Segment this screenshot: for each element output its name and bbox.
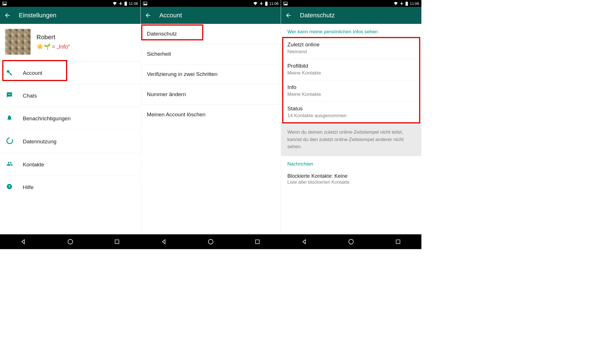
nav-back-button[interactable] <box>160 237 168 246</box>
svg-text:?: ? <box>8 185 11 189</box>
page-title: Account <box>159 12 182 19</box>
privacy-item-info[interactable]: Info Meine Kontakte <box>281 80 421 102</box>
airplane-icon <box>119 1 123 5</box>
status-bar: 11:06 <box>141 0 281 7</box>
nav-recent-button[interactable] <box>253 237 262 246</box>
status-bar: 11:06 <box>0 0 140 7</box>
svg-rect-19 <box>396 240 400 243</box>
item-title: Profilbild <box>287 63 415 69</box>
privacy-info-text: Wenn du deinen zuletzt online-Zeitstempe… <box>281 123 421 156</box>
settings-label: Kontakte <box>23 162 134 168</box>
app-bar: Datenschutz <box>281 7 421 24</box>
account-item-delete[interactable]: Meinen Account löschen <box>141 105 281 125</box>
settings-label: Benachrichtigungen <box>23 115 134 122</box>
settings-item-account[interactable]: Account <box>0 62 140 84</box>
image-icon <box>283 2 288 5</box>
image-icon <box>2 2 7 5</box>
item-sub: Niemand <box>287 49 415 55</box>
settings-item-data-usage[interactable]: Datennutzung <box>0 130 140 153</box>
account-item-security[interactable]: Sicherheit <box>141 44 281 64</box>
settings-label: Account <box>23 70 134 76</box>
phone-screen-privacy: 11:06 Datenschutz Wer kann meine persönl… <box>281 0 421 234</box>
nav-back-button[interactable] <box>19 237 28 246</box>
nav-home-button[interactable] <box>206 237 215 246</box>
chat-icon <box>6 92 13 100</box>
contacts-icon <box>6 161 13 168</box>
item-label: Sicherheit <box>147 51 171 57</box>
item-label: Meinen Account löschen <box>147 111 206 117</box>
airplane-icon <box>259 1 263 5</box>
nav-back-button[interactable] <box>300 237 309 246</box>
wifi-icon <box>393 2 398 5</box>
svg-rect-2 <box>124 2 127 5</box>
svg-rect-17 <box>256 240 259 243</box>
wifi-icon <box>253 2 258 5</box>
battery-icon <box>405 1 408 6</box>
privacy-item-status[interactable]: Status 14 Kontakte ausgenommen <box>281 102 421 123</box>
privacy-item-blocked[interactable]: Blockierte Kontakte: Keine Liste aller b… <box>281 170 421 187</box>
avatar <box>5 29 31 55</box>
item-sub: Meine Kontakte <box>287 92 415 97</box>
android-nav-bar <box>0 234 421 249</box>
settings-item-chats[interactable]: Chats <box>0 84 140 107</box>
settings-item-contacts[interactable]: Kontakte <box>0 153 140 176</box>
profile-name: Robert <box>36 34 70 41</box>
svg-rect-8 <box>265 2 267 5</box>
privacy-item-last-seen[interactable]: Zuletzt online Niemand <box>281 38 421 59</box>
blocked-sub: Liste aller blockierten Kontakte. <box>287 180 415 185</box>
image-icon <box>143 2 147 5</box>
item-title: Info <box>287 84 415 90</box>
back-button[interactable] <box>145 12 154 19</box>
svg-point-16 <box>208 239 213 244</box>
item-label: Verifizierung in zwei Schritten <box>147 71 218 77</box>
profile-row[interactable]: Robert ☀️🌱 = „Info“ <box>0 24 140 62</box>
blocked-title: Blockierte Kontakte: Keine <box>287 173 415 179</box>
back-button[interactable] <box>285 12 294 19</box>
battery-icon <box>265 1 268 6</box>
help-icon: ? <box>6 183 13 191</box>
phone-screen-settings: 11:06 Einstellungen Robert ☀️🌱 = „Info“ <box>0 0 141 234</box>
page-title: Einstellungen <box>19 12 56 19</box>
nav-recent-button[interactable] <box>394 237 402 246</box>
item-title: Status <box>287 106 415 112</box>
settings-item-notifications[interactable]: Benachrichtigungen <box>0 107 140 130</box>
app-bar: Account <box>141 7 281 24</box>
settings-label: Hilfe <box>23 184 134 191</box>
key-icon <box>6 69 13 77</box>
account-item-privacy[interactable]: Datenschutz <box>141 24 281 44</box>
airplane-icon <box>400 1 404 5</box>
profile-status: ☀️🌱 = „Info“ <box>36 43 70 50</box>
status-time: 11:06 <box>410 1 419 6</box>
svg-rect-3 <box>125 1 126 2</box>
settings-item-help[interactable]: ? Hilfe <box>0 176 140 198</box>
status-time: 11:06 <box>269 1 279 6</box>
item-title: Zuletzt online <box>287 42 415 48</box>
svg-rect-13 <box>406 1 407 2</box>
svg-point-7 <box>144 3 145 3</box>
svg-rect-15 <box>115 240 119 243</box>
nav-home-button[interactable] <box>347 237 355 246</box>
privacy-item-profile-photo[interactable]: Profilbild Meine Kontakte <box>281 59 421 80</box>
account-item-two-step[interactable]: Verifizierung in zwei Schritten <box>141 64 281 84</box>
phone-screen-account: 11:06 Account Datenschutz Sicherheit Ver… <box>141 0 281 234</box>
status-bar: 11:06 <box>281 0 421 7</box>
svg-point-18 <box>349 239 354 244</box>
account-item-change-number[interactable]: Nummer ändern <box>141 84 281 105</box>
nav-recent-button[interactable] <box>113 237 121 246</box>
item-sub: 14 Kontakte ausgenommen <box>287 113 415 119</box>
svg-rect-9 <box>266 1 267 2</box>
item-label: Nummer ändern <box>147 91 186 97</box>
svg-point-1 <box>3 3 4 3</box>
section-header-messages: Nachrichten <box>281 156 421 170</box>
svg-rect-12 <box>406 2 408 5</box>
item-label: Datenschutz <box>147 31 177 37</box>
nav-home-button[interactable] <box>66 237 75 246</box>
settings-label: Chats <box>23 93 134 99</box>
status-time: 11:06 <box>129 1 138 6</box>
section-header-who-sees: Wer kann meine persönlichen Infos sehen <box>281 24 421 38</box>
back-button[interactable] <box>4 12 13 19</box>
page-title: Datenschutz <box>300 12 335 19</box>
wifi-icon <box>112 2 117 5</box>
svg-point-11 <box>284 3 285 3</box>
battery-icon <box>124 1 127 6</box>
